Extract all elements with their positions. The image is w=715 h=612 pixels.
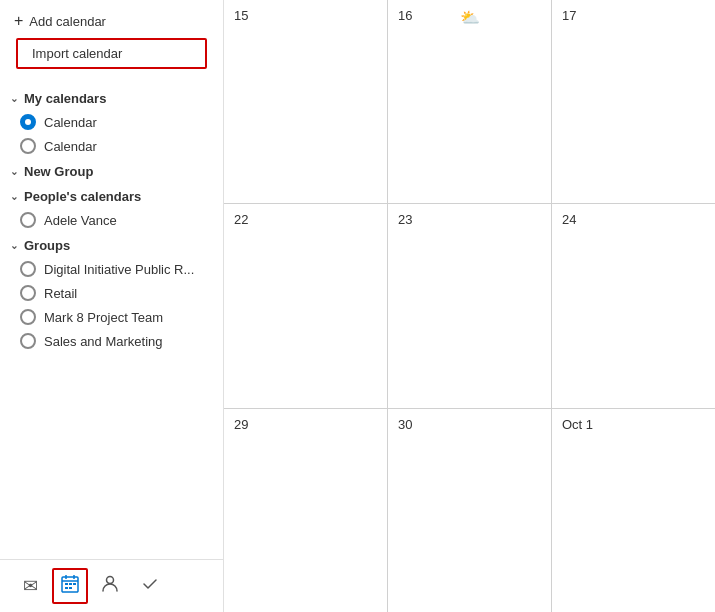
retail-label: Retail [44,286,77,301]
groups-label: Groups [24,238,70,253]
my-calendars-label: My calendars [24,91,106,106]
day-number-oct1: Oct 1 [562,417,593,432]
week-row-1: 15 16 ⛅ 17 [224,0,715,204]
tasks-icon [140,574,160,599]
import-calendar-button[interactable]: Import calendar [16,38,207,69]
calendar-item-1[interactable]: Calendar [0,110,223,134]
chevron-down-icon-2: ⌄ [10,166,18,177]
radio-unchecked-icon-mark8 [20,309,36,325]
new-group-label: New Group [24,164,93,179]
adele-vance-label: Adele Vance [44,213,117,228]
week-row-3: 29 30 Oct 1 [224,409,715,612]
chevron-down-icon-3: ⌄ [10,191,18,202]
calendar-item-digital[interactable]: Digital Initiative Public R... [0,257,223,281]
mail-icon: ✉ [23,575,38,597]
add-calendar-label: Add calendar [29,14,106,29]
chevron-down-icon-4: ⌄ [10,240,18,251]
calendar-item-adele[interactable]: Adele Vance [0,208,223,232]
sales-marketing-label: Sales and Marketing [44,334,163,349]
calendar-item-2[interactable]: Calendar [0,134,223,158]
digital-initiative-label: Digital Initiative Public R... [44,262,194,277]
calendar-grid: 15 16 ⛅ 17 22 23 24 [224,0,715,612]
day-cell-16: 16 ⛅ [388,0,552,203]
peoples-calendars-label: People's calendars [24,189,141,204]
day-number-17: 17 [562,8,576,23]
calendar-2-label: Calendar [44,139,97,154]
day-number-16: 16 [398,8,412,23]
radio-unchecked-icon-adele [20,212,36,228]
svg-rect-5 [69,583,72,585]
add-calendar-button[interactable]: + Add calendar [12,8,211,34]
svg-rect-8 [69,587,72,589]
sidebar-scroll: ⌄ My calendars Calendar Calendar ⌄ New G… [0,85,223,559]
peoples-calendars-section[interactable]: ⌄ People's calendars [0,183,223,208]
radio-unchecked-icon-retail [20,285,36,301]
tasks-nav-button[interactable] [132,568,168,604]
plus-icon: + [14,12,23,30]
sidebar-top: + Add calendar Import calendar [0,0,223,85]
new-group-section[interactable]: ⌄ New Group [0,158,223,183]
chevron-down-icon: ⌄ [10,93,18,104]
calendar-main: 15 16 ⛅ 17 22 23 24 [224,0,715,612]
bottom-nav: ✉ [0,559,223,612]
weather-icon-16: ⛅ [460,8,480,27]
svg-point-9 [107,576,114,583]
app-container: + Add calendar Import calendar ⌄ My cale… [0,0,715,612]
day-number-23: 23 [398,212,412,227]
import-calendar-label: Import calendar [32,46,122,61]
day-cell-30: 30 [388,409,552,612]
svg-rect-6 [73,583,76,585]
calendar-icon [60,574,80,598]
svg-rect-4 [65,583,68,585]
day-number-15: 15 [234,8,248,23]
calendar-item-sales[interactable]: Sales and Marketing [0,329,223,353]
day-cell-22: 22 [224,204,388,407]
radio-unchecked-icon [20,138,36,154]
calendar-nav-button[interactable] [52,568,88,604]
svg-rect-7 [65,587,68,589]
mark8-label: Mark 8 Project Team [44,310,163,325]
day-cell-29: 29 [224,409,388,612]
mail-nav-button[interactable]: ✉ [12,568,48,604]
people-nav-button[interactable] [92,568,128,604]
day-cell-23: 23 [388,204,552,407]
day-number-30: 30 [398,417,412,432]
my-calendars-section[interactable]: ⌄ My calendars [0,85,223,110]
day-cell-oct1: Oct 1 [552,409,715,612]
calendar-item-retail[interactable]: Retail [0,281,223,305]
day-number-22: 22 [234,212,248,227]
day-number-24: 24 [562,212,576,227]
radio-unchecked-icon-sales [20,333,36,349]
groups-section[interactable]: ⌄ Groups [0,232,223,257]
day-cell-24: 24 [552,204,715,407]
day-number-29: 29 [234,417,248,432]
calendar-1-label: Calendar [44,115,97,130]
day-cell-17: 17 [552,0,715,203]
radio-unchecked-icon-digital [20,261,36,277]
sidebar: + Add calendar Import calendar ⌄ My cale… [0,0,224,612]
day-cell-15: 15 [224,0,388,203]
people-icon [100,574,120,599]
week-row-2: 22 23 24 [224,204,715,408]
calendar-item-mark8[interactable]: Mark 8 Project Team [0,305,223,329]
radio-checked-icon [20,114,36,130]
